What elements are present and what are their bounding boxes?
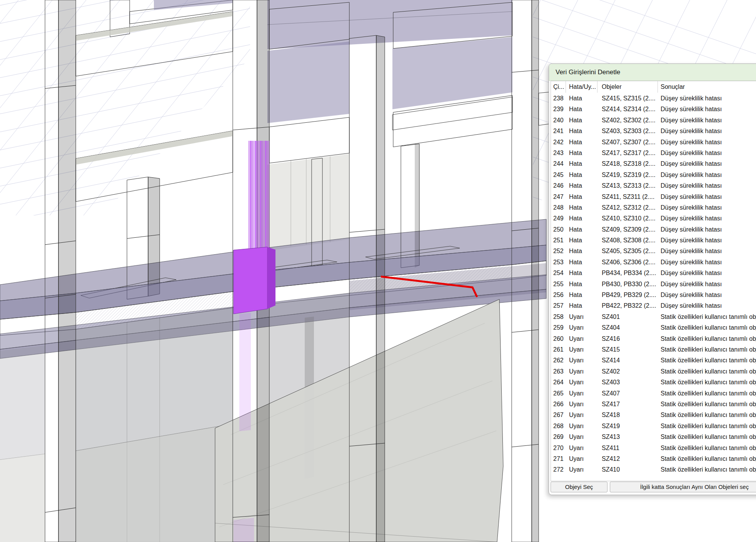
table-row[interactable]: 263UyarıSZ402Statik özellikleri kullanıc… [551, 366, 756, 377]
table-row[interactable]: 248HataSZ412, SZ312 (2....Düşey süreklil… [551, 202, 756, 213]
select-same-results-button[interactable]: İlgili katta Sonuçları Aynı Olan Objeler… [610, 482, 756, 492]
cell-no: 245 [551, 170, 566, 180]
table-row[interactable]: 271UyarıSZ412Statik özellikleri kullanıc… [551, 454, 756, 464]
cell-objects: SZ416 [597, 334, 658, 344]
table-row[interactable]: 259UyarıSZ404Statik özellikleri kullanıc… [551, 322, 756, 333]
cell-objects: SZ412, SZ312 (2.... [597, 202, 658, 213]
column-header-no[interactable]: Çi... [551, 81, 566, 93]
table-row[interactable]: 261UyarıSZ415Statik özellikleri kullanıc… [551, 344, 756, 355]
cell-result: Statik özellikleri kullanıcı tanımlı obj… [658, 366, 756, 377]
cell-no: 255 [551, 279, 566, 290]
results-table-body[interactable]: 238HataSZ415, SZ315 (2....Düşey süreklil… [551, 93, 756, 481]
table-row[interactable]: 254HataPB434, PB334 (2....Düşey süreklil… [551, 268, 756, 279]
table-row[interactable]: 265UyarıSZ407Statik özellikleri kullanıc… [551, 388, 756, 399]
column-header-results[interactable]: Sonuçlar [658, 81, 756, 93]
table-row[interactable]: 255HataPB430, PB330 (2....Düşey süreklil… [551, 279, 756, 290]
table-row[interactable]: 250HataSZ409, SZ309 (2....Düşey süreklil… [551, 224, 756, 235]
cell-type: Uyarı [566, 322, 597, 333]
table-row[interactable]: 264UyarıSZ403Statik özellikleri kullanıc… [551, 377, 756, 388]
cell-objects: PB429, PB329 (2.... [597, 290, 658, 300]
cell-type: Uyarı [566, 312, 597, 322]
cell-objects: SZ411 [597, 443, 658, 454]
table-row[interactable]: 242HataSZ407, SZ307 (2....Düşey süreklil… [551, 137, 756, 148]
table-row[interactable]: 256HataPB429, PB329 (2....Düşey süreklil… [551, 290, 756, 300]
cell-objects: SZ404 [597, 322, 658, 333]
cell-result: Düşey süreklilik hatası [658, 170, 756, 180]
table-row[interactable]: 244HataSZ418, SZ318 (2....Düşey süreklil… [551, 158, 756, 169]
cell-result: Statik özellikleri kullanıcı tanımlı obj… [658, 388, 756, 399]
cell-no: 238 [551, 93, 566, 104]
table-row[interactable]: 262UyarıSZ414Statik özellikleri kullanıc… [551, 355, 756, 366]
cell-objects: SZ418 [597, 410, 658, 420]
table-row[interactable]: 268UyarıSZ419Statik özellikleri kullanıc… [551, 421, 756, 432]
cell-objects: PB422, PB322 (2.... [597, 300, 658, 311]
check-data-panel: Veri Girişlerini Denetle Çi... Hata/Uy..… [549, 63, 756, 495]
cell-no: 243 [551, 148, 566, 158]
cell-result: Statik özellikleri kullanıcı tanımlı obj… [658, 355, 756, 366]
column-header-objects[interactable]: Objeler [597, 81, 658, 93]
cell-type: Uyarı [566, 377, 597, 388]
cell-type: Hata [566, 235, 597, 246]
table-row[interactable]: 241HataSZ403, SZ303 (2....Düşey süreklil… [551, 126, 756, 137]
table-row[interactable]: 249HataSZ410, SZ310 (2....Düşey süreklil… [551, 213, 756, 224]
results-table: Çi... Hata/Uy... Objeler Sonuçlar 238Hat… [551, 81, 756, 481]
cell-no: 240 [551, 115, 566, 126]
cell-type: Hata [566, 300, 597, 311]
table-row[interactable]: 239HataSZ414, SZ314 (2....Düşey süreklil… [551, 104, 756, 115]
table-row[interactable]: 267UyarıSZ418Statik özellikleri kullanıc… [551, 410, 756, 420]
cell-type: Hata [566, 137, 597, 148]
table-row[interactable]: 266UyarıSZ417Statik özellikleri kullanıc… [551, 399, 756, 410]
cell-result: Düşey süreklilik hatası [658, 290, 756, 300]
cell-result: Düşey süreklilik hatası [658, 279, 756, 290]
table-row[interactable]: 246HataSZ413, SZ313 (2....Düşey süreklil… [551, 180, 756, 191]
cell-type: Uyarı [566, 410, 597, 420]
panel-title: Veri Girişlerini Denetle [549, 64, 756, 81]
cell-objects: SZ417, SZ317 (2.... [597, 148, 658, 158]
cell-result: Düşey süreklilik hatası [658, 268, 756, 279]
table-row[interactable]: 247HataSZ411, SZ311 (2....Düşey süreklil… [551, 192, 756, 202]
cell-objects: SZ402 [597, 366, 658, 377]
cell-result: Düşey süreklilik hatası [658, 257, 756, 268]
table-row[interactable]: 245HataSZ419, SZ319 (2....Düşey süreklil… [551, 170, 756, 180]
cell-objects: SZ415 [597, 344, 658, 355]
cell-type: Uyarı [566, 388, 597, 399]
cell-result: Statik özellikleri kullanıcı tanımlı obj… [658, 312, 756, 322]
cell-result: Statik özellikleri kullanıcı tanımlı obj… [658, 399, 756, 410]
cell-result: Statik özellikleri kullanıcı tanımlı obj… [658, 344, 756, 355]
cell-objects: SZ412 [597, 454, 658, 464]
table-row[interactable]: 253HataSZ406, SZ306 (2....Düşey süreklil… [551, 257, 756, 268]
cell-no: 247 [551, 192, 566, 202]
cell-result: Statik özellikleri kullanıcı tanımlı obj… [658, 334, 756, 344]
cell-result: Düşey süreklilik hatası [658, 115, 756, 126]
table-row[interactable]: 260UyarıSZ416Statik özellikleri kullanıc… [551, 334, 756, 344]
cell-type: Hata [566, 268, 597, 279]
cell-objects: SZ406, SZ306 (2.... [597, 257, 658, 268]
select-object-button[interactable]: Objeyi Seç [551, 482, 607, 492]
table-row[interactable]: 243HataSZ417, SZ317 (2....Düşey süreklil… [551, 148, 756, 158]
table-row[interactable]: 272UyarıSZ410Statik özellikleri kullanıc… [551, 464, 756, 475]
table-row[interactable]: 238HataSZ415, SZ315 (2....Düşey süreklil… [551, 93, 756, 104]
table-row[interactable]: 258UyarıSZ401Statik özellikleri kullanıc… [551, 312, 756, 322]
cell-no: 253 [551, 257, 566, 268]
cell-type: Uyarı [566, 334, 597, 344]
cell-objects: SZ419 [597, 421, 658, 432]
table-row[interactable]: 269UyarıSZ413Statik özellikleri kullanıc… [551, 432, 756, 442]
table-row[interactable]: 257HataPB422, PB322 (2....Düşey süreklil… [551, 300, 756, 311]
cell-objects: SZ408, SZ308 (2.... [597, 235, 658, 246]
cell-type: Hata [566, 104, 597, 115]
table-header: Çi... Hata/Uy... Objeler Sonuçlar [551, 81, 756, 93]
cell-objects: SZ403 [597, 377, 658, 388]
highlighted-column-side [267, 247, 275, 309]
cell-no: 251 [551, 235, 566, 246]
table-row[interactable]: 270UyarıSZ411Statik özellikleri kullanıc… [551, 443, 756, 454]
cell-no: 239 [551, 104, 566, 115]
cell-result: Statik özellikleri kullanıcı tanımlı obj… [658, 443, 756, 454]
cell-result: Statik özellikleri kullanıcı tanımlı obj… [658, 322, 756, 333]
table-row[interactable]: 251HataSZ408, SZ308 (2....Düşey süreklil… [551, 235, 756, 246]
column-header-type[interactable]: Hata/Uy... [566, 81, 597, 93]
cell-result: Statik özellikleri kullanıcı tanımlı obj… [658, 432, 756, 442]
table-row[interactable]: 240HataSZ402, SZ302 (2....Düşey süreklil… [551, 115, 756, 126]
cell-objects: SZ413 [597, 432, 658, 442]
table-row[interactable]: 252HataSZ405, SZ305 (2....Düşey süreklil… [551, 246, 756, 257]
cell-result: Düşey süreklilik hatası [658, 148, 756, 158]
